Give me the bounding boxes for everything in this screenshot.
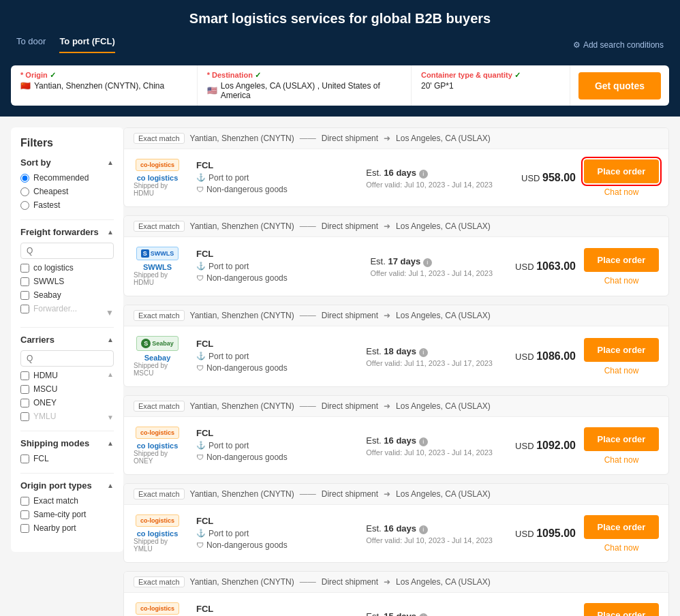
result-route: Exact match Yantian, Shenzhen (CNYTN) ——… [124,572,668,593]
route-dest: Los Angeles, CA (USLAX) [396,489,491,499]
place-order-button[interactable]: Place order [584,603,659,617]
action-buttons: Place order Chat now [584,427,659,465]
route-forward-icon: ➜ [384,489,390,499]
forwarder-logo: SSWWLS SWWLS Shipped by HDMU [134,247,181,286]
container-field[interactable]: Container type & quantity ✓ 20' GP*1 [412,65,570,106]
est-days-label: Est. 16 days i [366,523,493,534]
info-icon[interactable]: i [419,613,428,617]
forwarder-item-swwls[interactable]: SWWLS [20,277,114,286]
result-card-3: Exact match Yantian, Shenzhen (CNYTN) ——… [123,305,669,387]
carrier-item-mscu[interactable]: MSCU [20,384,114,394]
origin-port-types-header[interactable]: Origin port types ▲ [20,480,114,491]
forwarder-carrier: Shipped by MSCU [134,362,181,377]
sort-recommended[interactable]: Recommended [20,173,114,183]
price-value: 1092.00 [536,440,576,451]
scroll-up-icon[interactable]: ▲ [107,371,114,378]
port-type-nearby[interactable]: Nearby port [20,523,114,533]
origin-field[interactable]: * Origin ✓ 🇨🇳 Yantian, Shenzhen (CNYTN),… [11,65,198,106]
place-order-button[interactable]: Place order [584,515,659,539]
scroll-down-icon[interactable]: ▼ [107,414,114,421]
chat-now-link[interactable]: Chat now [604,187,639,197]
forwarder-item-co[interactable]: co logistics [20,263,114,273]
goods-type: 🛡 Non-dangerous goods [196,273,355,283]
get-quotes-button[interactable]: Get quotes [578,72,661,99]
place-order-button[interactable]: Place order [584,159,659,183]
route-origin: Yantian, Shenzhen (CNYTN) [190,311,294,320]
sidebar: Filters Sort by ▲ Recommended Cheapest F… [11,127,123,552]
chevron-up-icon: ▲ [107,482,114,489]
result-details: FCL ⚓ Port to port 🛡 Non-dangerous goods [189,160,358,196]
destination-field[interactable]: * Destination ✓ 🇺🇸 Los Angeles, CA (USLA… [198,65,412,106]
port-type-exact[interactable]: Exact match [20,496,114,506]
container-value: 20' GP*1 [421,81,454,91]
tab-to-port-fcl[interactable]: To port (FCL) [59,36,114,53]
origin-value: Yantian, Shenzhen (CNYTN), China [34,81,164,91]
tab-to-door[interactable]: To door [16,36,46,53]
chat-now-link[interactable]: Chat now [604,366,639,375]
place-order-button[interactable]: Place order [584,338,659,362]
shipment-type: FCL [196,516,351,526]
shipment-type: FCL [196,428,351,438]
chat-now-link[interactable]: Chat now [604,276,639,286]
carrier-item-ymlu[interactable]: YMLU [20,412,114,421]
info-icon[interactable]: i [419,437,428,446]
result-details: FCL ⚓ Port to port 🛡 Non-dangerous goods [189,516,358,552]
chat-now-link[interactable]: Chat now [604,543,639,553]
action-buttons: Place order Chat now [584,515,659,553]
carrier-item-hdmu[interactable]: HDMU [20,371,114,380]
route-origin: Yantian, Shenzhen (CNYTN) [190,401,294,411]
route-badge: Exact match [134,221,185,232]
info-icon[interactable]: i [419,170,428,179]
carrier-search-input[interactable] [20,350,114,367]
shipment-type: FCL [196,339,351,349]
route-forward-icon: ➜ [384,311,390,320]
route-arrow-icon: —— [300,489,316,499]
place-order-button[interactable]: Place order [584,248,659,272]
sort-by-header[interactable]: Sort by ▲ [20,157,114,168]
offer-valid: Offer valid: Jul 10, 2023 - Jul 14, 2023 [366,536,493,544]
action-buttons: Place order Chat now [584,338,659,375]
forwarder-carrier: Shipped by HDMU [134,271,181,286]
freight-forwarders-section: Freight forwarders ▲ co logistics SWWLS … [20,227,114,318]
action-buttons: Place order Chat now [584,603,659,617]
route-type: Direct shipment [322,577,378,587]
forwarder-name: SWWLS [143,263,172,271]
goods-type: 🛡 Non-dangerous goods [196,540,351,550]
add-conditions-button[interactable]: ⚙ Add search conditions [573,40,664,50]
est-days-label: Est. 15 days i [366,611,493,617]
estimated-days: Est. 16 days i Offer valid: Jul 10, 2023… [366,523,493,544]
forwarder-item-seabay[interactable]: Seabay [20,290,114,300]
chat-now-link[interactable]: Chat now [604,455,639,465]
sort-cheapest[interactable]: Cheapest [20,187,114,196]
place-order-button[interactable]: Place order [584,427,659,451]
result-details: FCL ⚓ Port to port 🛡 Non-dangerous goods [189,249,362,285]
result-details: FCL ⚓ Port to port 🛡 Non-dangerous goods [189,604,358,617]
chevron-up-icon: ▲ [107,159,114,166]
est-days-label: Est. 18 days i [366,346,493,357]
forwarder-search-input[interactable] [20,243,114,259]
shipping-mode-fcl[interactable]: FCL [20,454,114,463]
forwarder-name: co logistics [137,442,179,450]
sort-fastest[interactable]: Fastest [20,200,114,210]
carrier-item-oney[interactable]: ONEY [20,398,114,407]
result-route: Exact match Yantian, Shenzhen (CNYTN) ——… [124,396,668,417]
port-type-same-city[interactable]: Same-city port [20,510,114,519]
carriers-header[interactable]: Carriers ▲ [20,335,114,345]
result-details: FCL ⚓ Port to port 🛡 Non-dangerous goods [189,428,358,464]
shipping-modes-header[interactable]: Shipping modes ▲ [20,438,114,448]
route-origin: Yantian, Shenzhen (CNYTN) [190,221,294,231]
info-icon[interactable]: i [423,258,432,267]
currency: USD [515,441,536,451]
scroll-down-icon[interactable]: ▼ [106,308,114,318]
price-value: 958.00 [542,172,576,183]
price: USD 1063.00 [501,260,576,273]
freight-forwarders-header[interactable]: Freight forwarders ▲ [20,227,114,237]
info-icon[interactable]: i [419,525,428,534]
chevron-up-icon: ▲ [107,228,114,236]
price: USD 1092.00 [501,440,576,452]
forwarder-carrier: Shipped by ONEY [134,450,181,465]
forwarder-item-other[interactable]: Forwarder... [20,304,114,313]
info-icon[interactable]: i [419,348,428,357]
offer-valid: Offer valid: Jul 10, 2023 - Jul 14, 2023 [366,181,493,189]
forwarder-logo: SSeabay Seabay Shipped by MSCU [134,336,181,377]
